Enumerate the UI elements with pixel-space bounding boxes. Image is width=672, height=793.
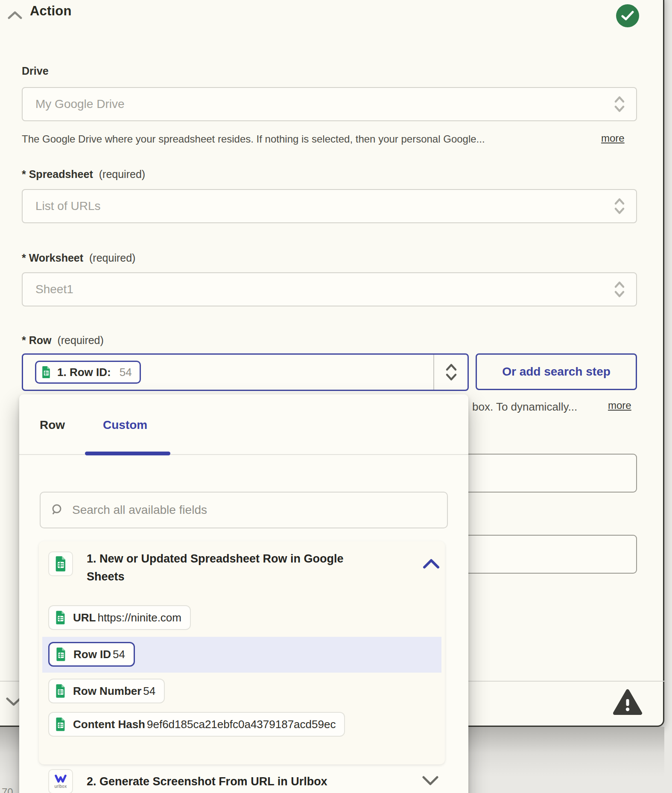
token-value: 54 [120, 366, 132, 379]
dropdown-tabs: Row Custom [19, 394, 468, 455]
urlbox-logo-icon [54, 774, 67, 784]
drive-select[interactable]: My Google Drive [22, 87, 637, 121]
fields-search-box[interactable] [40, 492, 448, 528]
row-more-link[interactable]: more [608, 399, 631, 411]
step1-fields-card: 1. New or Updated Spreadsheet Row in Goo… [39, 541, 445, 764]
google-sheets-app-icon [48, 551, 73, 576]
tab-custom[interactable]: Custom [103, 418, 147, 432]
field-token-row-id[interactable]: Row ID54 [48, 642, 135, 667]
spreadsheet-label: * Spreadsheet(required) [22, 168, 145, 181]
drive-more-link[interactable]: more [601, 132, 625, 144]
drive-help-text: The Google Drive where your spreadsheet … [22, 133, 485, 145]
step2-section-title: 2. Generate Screenshot From URL in Urlbo… [87, 775, 327, 788]
drive-select-value: My Google Drive [35, 97, 125, 111]
chevron-up-down-icon [613, 197, 626, 215]
chevron-up-icon[interactable] [423, 558, 440, 569]
token-label: 1. Row ID: [57, 366, 111, 379]
spreadsheet-select[interactable]: List of URLs [22, 189, 637, 223]
chevron-up-down-icon [613, 95, 626, 113]
worksheet-select-value: Sheet1 [35, 283, 73, 296]
chevron-down-icon[interactable] [422, 775, 439, 786]
search-input[interactable] [72, 503, 437, 517]
row-help-text-partial: box. To dynamically... [472, 400, 577, 414]
field-token-content-hash[interactable]: Content Hash9ef6d185ca21ebfc0a4379187acd… [48, 712, 345, 737]
add-search-step-button[interactable]: Or add search step [476, 353, 637, 390]
google-sheets-icon [54, 610, 67, 625]
worksheet-label: * Worksheet(required) [22, 252, 135, 264]
field-divider [433, 355, 434, 390]
row-field[interactable]: 1. Row ID:54 [22, 353, 469, 391]
tab-row[interactable]: Row [40, 418, 65, 432]
row-field-dropdown: Row Custom 1. New or Updated Spreadsheet… [19, 394, 468, 793]
search-icon [51, 503, 64, 517]
google-sheets-icon [41, 366, 52, 379]
chevron-up-down-icon [613, 280, 626, 298]
google-sheets-icon [55, 647, 67, 662]
drive-label: Drive [22, 65, 49, 77]
row-label: * Row(required) [22, 334, 104, 347]
check-icon [621, 11, 634, 21]
worksheet-select[interactable]: Sheet1 [22, 272, 637, 306]
chevron-up-down-icon[interactable] [444, 362, 459, 382]
section-title: Action [30, 3, 72, 19]
field-token-row-number[interactable]: Row Number54 [48, 679, 165, 703]
collapse-action-chevron-icon[interactable] [8, 10, 22, 20]
field-token-url[interactable]: URLhttps://ninite.com [48, 605, 191, 630]
active-tab-indicator [85, 452, 170, 455]
spreadsheet-select-value: List of URLs [35, 199, 101, 213]
google-sheets-icon [54, 717, 67, 732]
row-id-token-chip[interactable]: 1. Row ID:54 [35, 361, 141, 384]
google-sheets-icon [54, 684, 67, 698]
urlbox-app-icon: urlbox [48, 769, 73, 793]
step1-section-title: 1. New or Updated Spreadsheet Row in Goo… [87, 550, 360, 586]
warning-icon [612, 689, 643, 716]
step-complete-badge [616, 4, 639, 27]
